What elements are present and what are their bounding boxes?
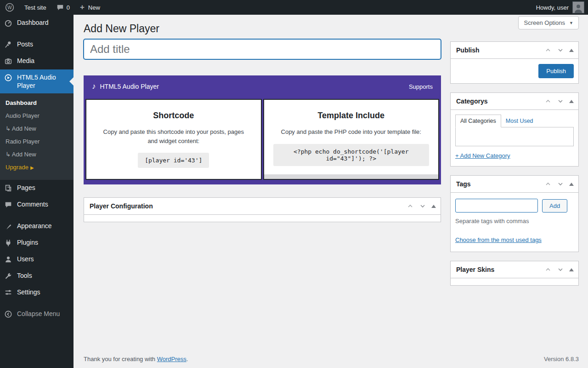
sidebar-item-plugins[interactable]: Plugins bbox=[0, 235, 74, 251]
footer-thanks-text: Thank you for creating with bbox=[84, 356, 155, 362]
player-skins-title: Player Skins bbox=[456, 266, 494, 273]
comments-icon bbox=[4, 200, 13, 209]
submenu-item-add-new-radio[interactable]: ↳ Add New bbox=[0, 148, 74, 161]
player-configuration-title: Player Configuration bbox=[90, 202, 153, 210]
move-down-button[interactable] bbox=[419, 202, 426, 210]
collapse-menu-button[interactable]: Collapse Menu bbox=[0, 306, 74, 322]
tags-input[interactable] bbox=[455, 199, 538, 213]
screen-options-button[interactable]: Screen Options ▼ bbox=[518, 16, 579, 29]
categories-box-title: Categorys bbox=[456, 98, 487, 105]
plus-icon: + bbox=[80, 3, 85, 12]
supports-link[interactable]: Supports bbox=[409, 83, 433, 90]
submenu-item-radio-player[interactable]: Radio Player bbox=[0, 135, 74, 148]
menu-separator bbox=[0, 213, 74, 218]
wordpress-logo[interactable]: W bbox=[0, 0, 19, 15]
collapse-arrow-icon bbox=[4, 310, 13, 319]
toggle-panel-button[interactable] bbox=[569, 268, 574, 271]
users-icon bbox=[4, 255, 13, 264]
menu-separator bbox=[0, 301, 74, 306]
move-down-button[interactable] bbox=[557, 46, 564, 54]
settings-icon bbox=[4, 288, 13, 297]
tags-box: Tags Add Separate tags with commas Choos… bbox=[450, 175, 579, 252]
sidebar-item-media[interactable]: Media bbox=[0, 53, 74, 69]
admin-footer: Thank you for creating with WordPress. V… bbox=[84, 356, 579, 362]
caret-down-icon: ▼ bbox=[569, 21, 573, 25]
submenu-item-audio-player[interactable]: Audio Player bbox=[0, 109, 74, 122]
triangle-up-icon bbox=[569, 49, 574, 52]
sidebar-item-html5-audio-player[interactable]: HTML5 Audio Player bbox=[0, 69, 74, 93]
audio-player-submenu: Dashboard Audio Player ↳ Add New Radio P… bbox=[0, 93, 74, 180]
triangle-up-icon bbox=[569, 100, 574, 103]
sidebar-item-users[interactable]: Users bbox=[0, 251, 74, 268]
move-up-button[interactable] bbox=[544, 180, 552, 188]
move-up-button[interactable] bbox=[544, 266, 552, 273]
comments-admin-bar[interactable]: 0 bbox=[51, 0, 75, 15]
toggle-panel-button[interactable] bbox=[569, 100, 574, 103]
posts-icon bbox=[4, 40, 13, 49]
svg-text:W: W bbox=[7, 5, 12, 10]
comment-bubble-icon bbox=[57, 4, 64, 11]
triangle-up-icon bbox=[569, 183, 574, 186]
template-code-value[interactable]: <?php echo do_shortcode('[player id="43"… bbox=[273, 144, 430, 166]
sidebar-item-comments[interactable]: Comments bbox=[0, 196, 74, 213]
sidebar-item-pages[interactable]: Pages bbox=[0, 180, 74, 196]
admin-bar: W Test site 0 + New Howdy, user bbox=[0, 0, 588, 15]
comments-count: 0 bbox=[67, 4, 70, 11]
move-up-button[interactable] bbox=[407, 202, 414, 210]
shortcode-card: Shortcode Copy and paste this shortcode … bbox=[85, 99, 262, 180]
media-icon bbox=[4, 57, 13, 66]
toggle-panel-button[interactable] bbox=[431, 205, 436, 208]
add-new-category-link[interactable]: + Add New Category bbox=[455, 152, 510, 159]
audio-player-icon bbox=[4, 73, 13, 82]
move-down-button[interactable] bbox=[557, 180, 564, 188]
shortcode-value[interactable]: [player id='43'] bbox=[138, 153, 209, 168]
pages-icon bbox=[4, 184, 13, 193]
move-up-button[interactable] bbox=[544, 98, 552, 105]
triangle-up-icon bbox=[569, 268, 574, 271]
sidebar-item-posts[interactable]: Posts bbox=[0, 36, 74, 53]
category-checklist[interactable] bbox=[455, 127, 574, 146]
submenu-item-upgrade[interactable]: Upgrade▶ bbox=[0, 161, 74, 174]
menu-separator bbox=[0, 31, 74, 36]
page-title: Add New Player bbox=[84, 15, 579, 39]
player-configuration-box: Player Configuration bbox=[84, 197, 441, 222]
main-content: Screen Options ▼ Add New Player ♪ HTML5 … bbox=[74, 15, 588, 368]
tags-help-text: Separate tags with commas bbox=[455, 218, 574, 224]
publish-button[interactable]: Publish bbox=[538, 64, 574, 78]
move-down-button[interactable] bbox=[557, 266, 564, 273]
title-input[interactable] bbox=[84, 39, 441, 59]
triangle-up-icon bbox=[431, 205, 436, 208]
player-skins-box: Player Skins bbox=[450, 261, 579, 286]
new-content-button[interactable]: + New bbox=[75, 0, 105, 15]
template-card-description: Copy and paste the PHP code into your te… bbox=[281, 127, 421, 137]
player-skins-body bbox=[451, 278, 578, 285]
move-up-button[interactable] bbox=[544, 46, 552, 54]
horizontal-scrollbar[interactable] bbox=[264, 174, 439, 179]
tab-most-used[interactable]: Most Used bbox=[501, 115, 538, 127]
add-tag-button[interactable]: Add bbox=[542, 199, 567, 213]
sidebar-item-tools[interactable]: Tools bbox=[0, 268, 74, 284]
howdy-user-link[interactable]: Howdy, user bbox=[536, 4, 569, 11]
sidebar-item-settings[interactable]: Settings bbox=[0, 284, 74, 301]
plugin-banner-title: HTML5 Audio Player bbox=[100, 83, 159, 90]
wordpress-logo-icon: W bbox=[5, 3, 14, 12]
editor-column: ♪ HTML5 Audio Player Supports Shortcode … bbox=[84, 39, 441, 222]
submenu-item-add-new-audio[interactable]: ↳ Add New bbox=[0, 122, 74, 135]
toggle-panel-button[interactable] bbox=[569, 49, 574, 52]
admin-sidebar: Dashboard Posts Media HTML5 Audio Player… bbox=[0, 15, 74, 368]
plugin-banner: ♪ HTML5 Audio Player Supports bbox=[84, 75, 441, 98]
user-avatar[interactable] bbox=[572, 1, 584, 13]
move-down-button[interactable] bbox=[557, 98, 564, 105]
tools-icon bbox=[4, 271, 13, 281]
toggle-panel-button[interactable] bbox=[569, 183, 574, 186]
sidebar-item-appearance[interactable]: Appearance bbox=[0, 218, 74, 235]
most-used-tags-link[interactable]: Choose from the most used tags bbox=[455, 236, 542, 243]
submenu-item-dashboard[interactable]: Dashboard bbox=[0, 97, 74, 109]
site-name-link[interactable]: Test site bbox=[19, 0, 51, 15]
dashboard-icon bbox=[4, 18, 13, 28]
shortcode-card-title: Shortcode bbox=[153, 111, 194, 121]
sidebar-item-dashboard[interactable]: Dashboard bbox=[0, 15, 74, 31]
player-configuration-body bbox=[84, 214, 441, 222]
wordpress-link[interactable]: WordPress bbox=[157, 356, 187, 362]
tab-all-categories[interactable]: All Categories bbox=[455, 115, 501, 127]
